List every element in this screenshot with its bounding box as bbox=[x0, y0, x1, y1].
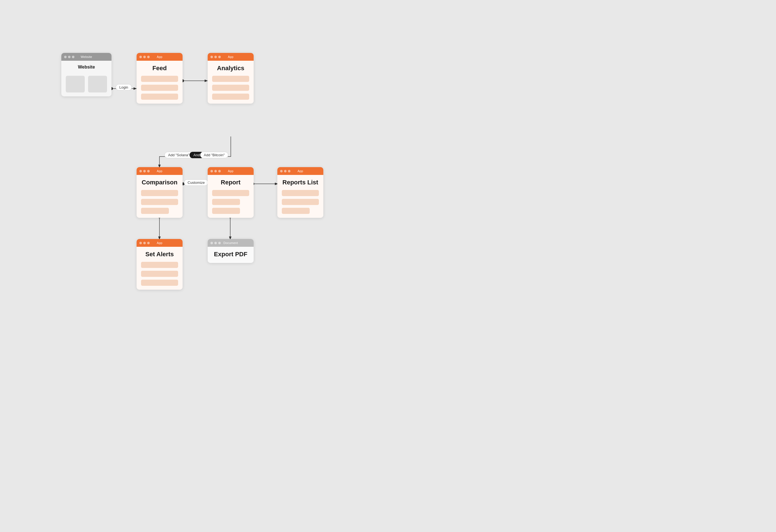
website-body: Website bbox=[61, 61, 112, 96]
report-titlebar: App bbox=[208, 167, 254, 175]
set-alerts-titlebar: App bbox=[137, 239, 183, 247]
feed-title: Feed bbox=[141, 65, 178, 72]
export-pdf-title: Export PDF bbox=[212, 251, 249, 258]
set-alerts-window-label: App bbox=[157, 241, 162, 245]
comparison-bar-3 bbox=[141, 208, 169, 214]
export-pdf-titlebar: Document bbox=[208, 239, 254, 247]
export-pdf-window: Document Export PDF bbox=[208, 239, 254, 263]
website-window-label: Website bbox=[80, 55, 92, 58]
reports-list-window: App Reports List bbox=[277, 167, 323, 218]
reports-list-body: Reports List bbox=[277, 175, 323, 218]
analytics-bar-2 bbox=[212, 85, 249, 91]
reports-list-bar-2 bbox=[282, 199, 319, 205]
feed-window: App Feed bbox=[137, 53, 183, 103]
set-alerts-bar-2 bbox=[141, 271, 178, 277]
report-title: Report bbox=[212, 179, 249, 186]
feed-bar-1 bbox=[141, 76, 178, 82]
analytics-titlebar: App bbox=[208, 53, 254, 61]
report-bar-1 bbox=[212, 190, 249, 196]
add-solana-label: Add "Solana" bbox=[165, 152, 193, 158]
set-alerts-title: Set Alerts bbox=[141, 251, 178, 258]
add-bitcoin-label: Add "Bitcoin" bbox=[200, 152, 228, 158]
analytics-window-label: App bbox=[228, 55, 233, 58]
reports-list-bar-1 bbox=[282, 190, 319, 196]
report-body: Report bbox=[208, 175, 254, 218]
set-alerts-body: Set Alerts bbox=[137, 247, 183, 290]
set-alerts-bar-1 bbox=[141, 262, 178, 268]
feed-bar-2 bbox=[141, 85, 178, 91]
comparison-body: Comparison bbox=[137, 175, 183, 218]
website-window: Website Website bbox=[61, 53, 112, 96]
report-bar-2 bbox=[212, 199, 240, 205]
website-panels bbox=[66, 76, 107, 92]
website-panel-left bbox=[66, 76, 85, 92]
analytics-bar-1 bbox=[212, 76, 249, 82]
feed-body: Feed bbox=[137, 61, 183, 103]
comparison-title: Comparison bbox=[141, 179, 178, 186]
feed-bar-3 bbox=[141, 93, 178, 100]
customize-label: Customize bbox=[184, 179, 208, 186]
reports-list-title: Reports List bbox=[282, 179, 319, 186]
comparison-bar-2 bbox=[141, 199, 178, 205]
set-alerts-window: App Set Alerts bbox=[137, 239, 183, 290]
export-pdf-body: Export PDF bbox=[208, 247, 254, 263]
comparison-bar-1 bbox=[141, 190, 178, 196]
feed-window-label: App bbox=[157, 55, 162, 58]
export-pdf-window-label: Document bbox=[223, 241, 238, 245]
comparison-titlebar: App bbox=[137, 167, 183, 175]
analytics-bar-3 bbox=[212, 93, 249, 100]
report-bar-3 bbox=[212, 208, 240, 214]
report-window-label: App bbox=[228, 169, 233, 173]
website-titlebar: Website bbox=[61, 53, 112, 61]
reports-list-window-label: App bbox=[298, 169, 303, 173]
comparison-window-label: App bbox=[157, 169, 162, 173]
reports-list-titlebar: App bbox=[277, 167, 323, 175]
reports-list-bar-3 bbox=[282, 208, 310, 214]
website-title: Website bbox=[66, 65, 107, 70]
analytics-title: Analytics bbox=[212, 65, 249, 72]
analytics-body: Analytics bbox=[208, 61, 254, 103]
analytics-window: App Analytics bbox=[208, 53, 254, 103]
report-window: App Report bbox=[208, 167, 254, 218]
feed-titlebar: App bbox=[137, 53, 183, 61]
comparison-window: App Comparison bbox=[137, 167, 183, 218]
website-panel-right bbox=[88, 76, 107, 92]
set-alerts-bar-3 bbox=[141, 280, 178, 286]
login-label: Login bbox=[116, 84, 132, 90]
